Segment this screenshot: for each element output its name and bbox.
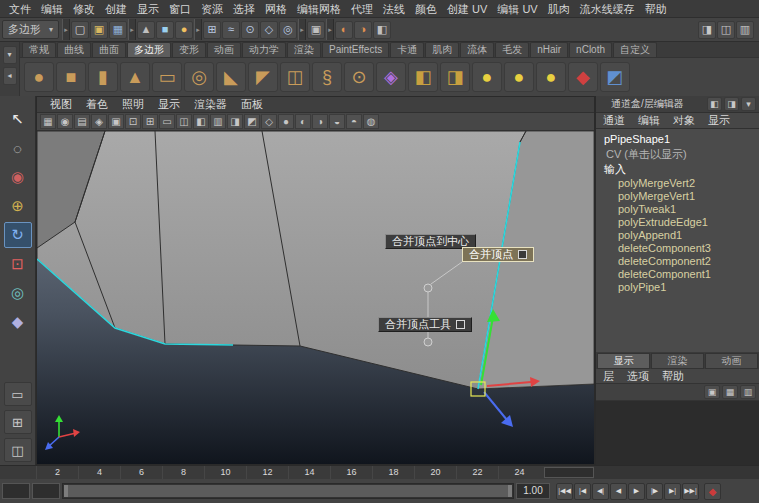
make-live-icon[interactable]: ◎ (279, 21, 297, 39)
shelf-tab[interactable]: 流体 (460, 42, 494, 57)
vp-textured-icon[interactable]: ◐ (295, 114, 311, 129)
layer-editor-menu-item[interactable]: 层 (603, 369, 614, 384)
separate-icon[interactable]: ◨ (440, 62, 470, 92)
select-component-icon[interactable]: ● (175, 21, 193, 39)
shelf-tab[interactable]: 毛发 (495, 42, 529, 57)
statusline-separator[interactable]: ▸ (62, 19, 70, 40)
marking-menu-item-merge-vertices[interactable]: 合并顶点 (462, 247, 534, 262)
paint-select-tool[interactable]: ◉ (4, 164, 32, 190)
go-to-end-button[interactable]: ▶▶| (682, 483, 699, 500)
viewport-canvas[interactable]: 合并顶点到中心 合并顶点 合并顶点工具 (37, 131, 594, 464)
vp-image-plane-icon[interactable]: ▣ (108, 114, 124, 129)
menu-item[interactable]: 修改 (68, 0, 100, 18)
move-tool[interactable]: ⊕ (4, 193, 32, 219)
poly-soccer-icon[interactable]: ⊙ (344, 62, 374, 92)
cb-display-icon[interactable]: ◧ (707, 97, 722, 111)
open-scene-icon[interactable]: ▣ (90, 21, 108, 39)
layer-editor-menu-item[interactable]: 选项 (627, 369, 649, 384)
shelf-tab[interactable]: 曲面 (92, 42, 126, 57)
input-node-item[interactable]: polyExtrudeEdge1 (596, 216, 759, 229)
shelf-tab[interactable]: 动画 (207, 42, 241, 57)
range-start-field[interactable] (2, 483, 30, 499)
snap-to-plane-icon[interactable]: ◇ (260, 21, 278, 39)
menu-item[interactable]: 窗口 (164, 0, 196, 18)
vp-shadows-icon[interactable]: ◒ (329, 114, 345, 129)
render-settings-icon[interactable]: ◧ (373, 21, 391, 39)
construction-history-icon[interactable]: ▣ (307, 21, 325, 39)
vp-select-camera-icon[interactable]: ▦ (40, 114, 56, 129)
menu-item[interactable]: 帮助 (640, 0, 672, 18)
shelf-tab[interactable]: nHair (530, 42, 568, 57)
vp-ao-icon[interactable]: ◓ (346, 114, 362, 129)
vp-gate-mask-icon[interactable]: ◧ (193, 114, 209, 129)
vp-lights-icon[interactable]: ◑ (312, 114, 328, 129)
shelf-tab[interactable]: 渲染 (287, 42, 321, 57)
input-node-item[interactable]: polyMergeVert1 (596, 190, 759, 203)
viewport-menu-item[interactable]: 着色 (79, 97, 115, 112)
channel-box-menu-item[interactable]: 显示 (708, 113, 730, 128)
playback-speed-field[interactable]: 1.00 (516, 483, 550, 499)
range-slider-handle[interactable] (64, 485, 512, 497)
menu-item[interactable]: 编辑 (36, 0, 68, 18)
range-min-field[interactable] (32, 483, 60, 499)
menu-item[interactable]: 编辑网格 (292, 0, 346, 18)
scale-tool[interactable]: ⊡ (4, 251, 32, 277)
vp-2d-pan-icon[interactable]: ⊡ (125, 114, 141, 129)
new-layer-from-selected-icon[interactable]: ▦ (722, 385, 738, 399)
poly-helix-icon[interactable]: § (312, 62, 342, 92)
menu-item[interactable]: 资源 (196, 0, 228, 18)
layer-editor-menu-item[interactable]: 帮助 (662, 369, 684, 384)
vp-film-gate-icon[interactable]: ▭ (159, 114, 175, 129)
vp-safe-action-icon[interactable]: ◨ (227, 114, 243, 129)
shelf-tab[interactable]: 自定义 (613, 42, 657, 57)
merge-vertices-icon[interactable]: ● (536, 62, 566, 92)
time-slider-ticks[interactable]: 24681012141618202224 (36, 466, 540, 480)
input-node-item[interactable]: deleteComponent1 (596, 268, 759, 281)
shelf-hide-icon[interactable]: ◂ (3, 67, 17, 85)
option-box-icon[interactable] (518, 250, 527, 259)
vp-camera-attrs-icon[interactable]: ▤ (74, 114, 90, 129)
shape-node-name[interactable]: pPipeShape1 (596, 132, 759, 147)
channel-box-menu-item[interactable]: 通道 (603, 113, 625, 128)
layer-list[interactable] (596, 401, 759, 465)
menu-item[interactable]: 创建 (100, 0, 132, 18)
vp-wireframe-icon[interactable]: ◇ (261, 114, 277, 129)
layout-single-pane-button[interactable]: ▭ (4, 382, 32, 406)
show-manip-tool[interactable]: ◆ (4, 309, 32, 335)
cb-settings-icon[interactable]: ▾ (741, 97, 756, 111)
menu-item[interactable]: 选择 (228, 0, 260, 18)
menu-item[interactable]: 网格 (260, 0, 292, 18)
ipr-render-icon[interactable]: ◑ (354, 21, 372, 39)
render-frame-icon[interactable]: ◐ (335, 21, 353, 39)
new-scene-icon[interactable]: ▢ (71, 21, 89, 39)
sidebar-attr-editor-icon[interactable]: ◨ (698, 21, 716, 39)
poly-prism-icon[interactable]: ◣ (216, 62, 246, 92)
layer-editor-tab[interactable]: 显示 (597, 353, 650, 369)
cb-speed-icon[interactable]: ◨ (724, 97, 739, 111)
shelf-tab[interactable]: 多边形 (127, 42, 171, 57)
statusline-separator[interactable]: ▸ (326, 19, 334, 40)
vp-lock-camera-icon[interactable]: ◉ (57, 114, 73, 129)
statusline-separator[interactable]: ▸ (128, 19, 136, 40)
vp-res-gate-icon[interactable]: ◫ (176, 114, 192, 129)
current-frame-field[interactable] (544, 467, 594, 478)
snap-to-point-icon[interactable]: ⊙ (241, 21, 259, 39)
shelf-tab[interactable]: 变形 (172, 42, 206, 57)
shelf-tab[interactable]: PaintEffects (322, 42, 389, 57)
shelf-tab[interactable]: 动力学 (242, 42, 286, 57)
select-object-icon[interactable]: ■ (156, 21, 174, 39)
menu-item[interactable]: 编辑 UV (492, 0, 542, 18)
poly-torus-icon[interactable]: ◎ (184, 62, 214, 92)
append-facet-icon[interactable]: ◆ (568, 62, 598, 92)
select-tool[interactable]: ↖ (4, 106, 32, 132)
snap-to-grid-icon[interactable]: ⊞ (203, 21, 221, 39)
viewport-menu-item[interactable]: 照明 (115, 97, 151, 112)
viewport-menu-item[interactable]: 视图 (43, 97, 79, 112)
combine-icon[interactable]: ◧ (408, 62, 438, 92)
rotate-tool[interactable]: ↻ (4, 222, 32, 248)
poly-platonic-icon[interactable]: ◈ (376, 62, 406, 92)
sidebar-channel-box-icon[interactable]: ▥ (736, 21, 754, 39)
lasso-tool[interactable]: ◌ (4, 135, 32, 161)
viewport-menu-item[interactable]: 渲染器 (187, 97, 234, 112)
smooth-icon[interactable]: ● (472, 62, 502, 92)
